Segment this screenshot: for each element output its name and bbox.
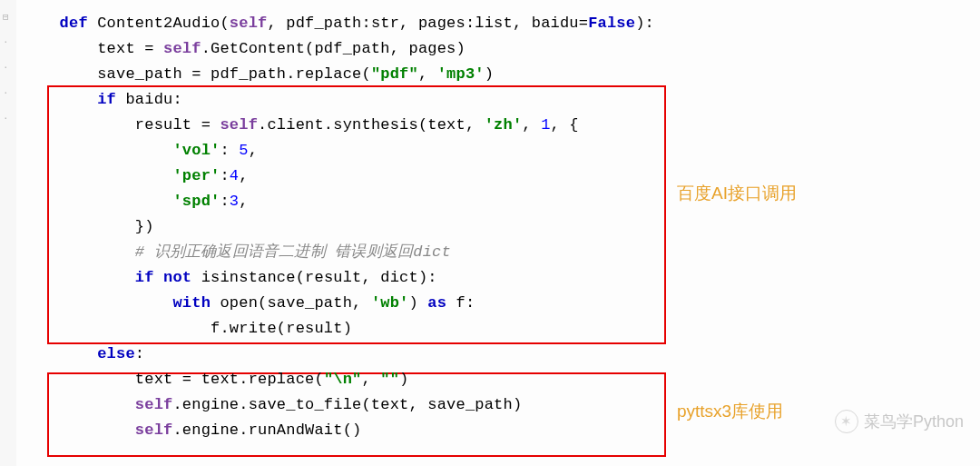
token: .GetContent(pdf_path, pages) [201, 40, 466, 57]
token: , [361, 371, 380, 388]
code-line: with open(save_path, 'wb') as f: [22, 291, 969, 316]
line-mark: · [3, 36, 9, 47]
line-mark: · [3, 62, 9, 73]
code-line: }) [22, 214, 969, 240]
token: isinstance [201, 269, 296, 286]
annotation-2: pyttsx3库使用 [677, 400, 783, 423]
token: "" [380, 371, 399, 388]
token: (save_path, [258, 294, 371, 312]
token: .engine.save_to_file(text, save_path) [172, 396, 522, 413]
code-line: if baidu: [22, 87, 969, 113]
code-line: else: [22, 342, 969, 367]
token: , [239, 167, 248, 184]
token: .engine.runAndWait() [172, 421, 361, 439]
token: with [172, 294, 220, 312]
annotation-1: 百度AI接口调用 [677, 182, 797, 205]
token: str [371, 15, 399, 32]
code-line: self.engine.runAndWait() [22, 418, 969, 443]
token: text = text.replace( [135, 371, 324, 388]
token: ): [635, 15, 654, 32]
token: , baidu= [513, 15, 588, 32]
token: 5 [239, 142, 248, 159]
token: .client.synthesis(text, [258, 116, 485, 134]
token: , [249, 142, 258, 159]
token: 'per' [172, 167, 220, 184]
code-line: 'vol': 5, [22, 138, 969, 164]
code-line: 'per':4, [22, 164, 969, 189]
token: ) [399, 371, 408, 388]
token: , { [551, 116, 579, 134]
token: # 识别正确返回语音二进制 错误则返回dict [135, 243, 451, 261]
token: "pdf" [371, 65, 418, 83]
token: , pdf_path: [267, 15, 370, 32]
token: }) [135, 218, 154, 235]
code-line: text = self.GetContent(pdf_path, pages) [22, 36, 969, 62]
token: def [60, 15, 98, 32]
token: open [220, 294, 258, 312]
token: self [220, 116, 258, 134]
token: save_path = pdf_path.replace( [97, 65, 371, 83]
watermark-text: 菜鸟学Python [864, 411, 964, 432]
token: 'zh' [485, 116, 523, 134]
token: 1 [541, 116, 550, 134]
code-line: def Content2Audio(self, pdf_path:str, pa… [22, 11, 969, 36]
code-line: self.engine.save_to_file(text, save_path… [22, 392, 969, 418]
token: False [588, 15, 635, 32]
token: , pages: [399, 15, 475, 32]
token: as [427, 294, 456, 312]
token: list [475, 15, 513, 32]
wechat-icon: ✶ [835, 410, 858, 433]
token: "\n" [324, 371, 362, 388]
line-mark: · [3, 113, 9, 124]
code-line: if not isinstance(result, dict): [22, 265, 969, 291]
token: text = [97, 40, 163, 57]
line-mark: · [3, 87, 9, 98]
token: ): [418, 269, 437, 286]
token: 3 [230, 193, 239, 210]
token: , [418, 65, 437, 83]
token: 'wb' [371, 294, 409, 312]
token: if [97, 91, 125, 108]
token: else [97, 345, 135, 362]
token: f.write(result) [211, 320, 352, 337]
token: self [135, 396, 173, 413]
token: : [135, 345, 144, 362]
token: : [220, 193, 229, 210]
token: Content2Audio( [97, 15, 230, 32]
token: dict [380, 269, 418, 286]
code-block: def Content2Audio(self, pdf_path:str, pa… [22, 11, 969, 443]
token: , [239, 193, 248, 210]
token: (result, [296, 269, 381, 286]
token: ) [485, 65, 494, 83]
watermark: ✶ 菜鸟学Python [835, 410, 964, 433]
token: 'spd' [172, 193, 220, 210]
token: result = [135, 116, 220, 134]
code-line: # 识别正确返回语音二进制 错误则返回dict [22, 240, 969, 265]
token: 4 [230, 167, 239, 184]
token: : [220, 167, 229, 184]
token: : [220, 142, 239, 159]
code-line: 'spd':3, [22, 189, 969, 214]
token: if not [135, 269, 201, 286]
gutter: ⊟ · · · · [0, 0, 16, 466]
token: f: [456, 294, 475, 312]
code-line: text = text.replace("\n", "") [22, 367, 969, 392]
code-line: result = self.client.synthesis(text, 'zh… [22, 113, 969, 138]
token: self [135, 421, 173, 439]
token: ) [409, 294, 428, 312]
code-line: f.write(result) [22, 316, 969, 342]
code-line: save_path = pdf_path.replace("pdf", 'mp3… [22, 62, 969, 87]
token: , [522, 116, 541, 134]
token: 'mp3' [437, 65, 485, 83]
token: self [230, 15, 268, 32]
fold-mark: ⊟ [3, 11, 9, 23]
token: self [163, 40, 201, 57]
token: baidu: [125, 91, 181, 108]
token: 'vol' [172, 142, 220, 159]
